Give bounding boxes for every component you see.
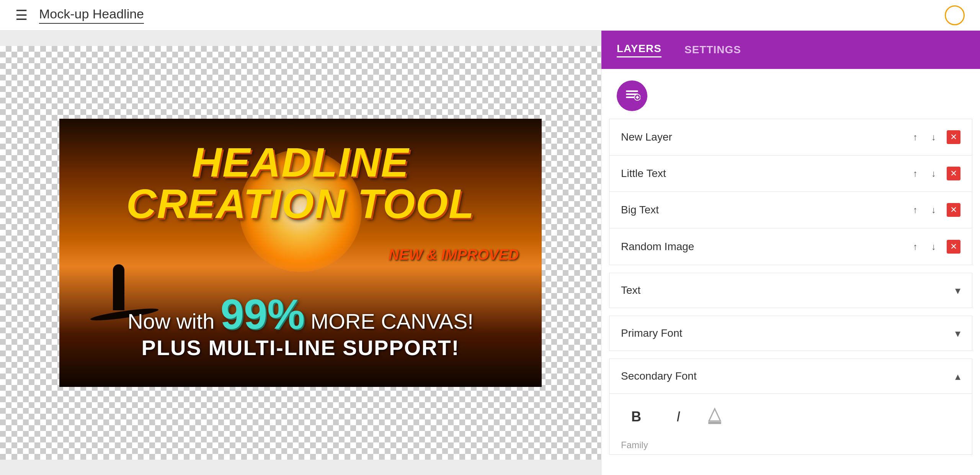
layer-down-arrow-big-text[interactable]: ↓ xyxy=(928,201,939,218)
add-layer-button[interactable] xyxy=(617,80,647,111)
section-text-header[interactable]: Text ▾ xyxy=(609,273,972,308)
section-secondary-font-chevron: ▴ xyxy=(955,370,960,383)
canvas-image: HEADLINE CREATION TOOL NEW & IMPROVED No… xyxy=(59,119,542,387)
surfer-body xyxy=(113,264,124,310)
tab-layers[interactable]: LAYERS xyxy=(617,43,662,57)
layer-actions-random-image: ↑ ↓ ✕ xyxy=(910,238,960,255)
right-panel: LAYERS SETTINGS New Layer xyxy=(601,31,980,475)
panel-header: LAYERS SETTINGS xyxy=(601,31,980,69)
layer-delete-random-image[interactable]: ✕ xyxy=(947,240,960,254)
canvas-headline-sub: NEW & IMPROVED xyxy=(389,247,519,263)
layer-delete-new-layer[interactable]: ✕ xyxy=(947,130,960,144)
user-avatar[interactable] xyxy=(945,5,965,25)
add-layer-icon xyxy=(624,86,640,106)
layers-list: New Layer ↑ ↓ ✕ Little Text ↑ ↓ ✕ Big Te… xyxy=(609,119,972,265)
canvas-big-num: 99% xyxy=(220,290,305,337)
layer-actions-little-text: ↑ ↓ ✕ xyxy=(910,165,960,182)
section-secondary-font-header[interactable]: Secondary Font ▴ xyxy=(609,359,972,393)
topbar: ☰ Mock-up Headline xyxy=(0,0,980,31)
canvas-headline-main: HEADLINE CREATION TOOL xyxy=(82,142,519,224)
section-primary-font-header[interactable]: Primary Font ▾ xyxy=(609,316,972,351)
section-text-title: Text xyxy=(621,284,955,296)
section-primary-font: Primary Font ▾ xyxy=(609,316,972,351)
menu-icon[interactable]: ☰ xyxy=(15,8,28,22)
layer-item-big-text[interactable]: Big Text ↑ ↓ ✕ xyxy=(609,192,972,228)
layer-item-random-image[interactable]: Random Image ↑ ↓ ✕ xyxy=(609,228,972,265)
main-content: HEADLINE CREATION TOOL NEW & IMPROVED No… xyxy=(0,31,980,475)
bold-button[interactable]: B xyxy=(621,401,652,432)
section-primary-font-title: Primary Font xyxy=(621,327,955,339)
layer-down-arrow-little-text[interactable]: ↓ xyxy=(928,165,939,182)
canvas-bottom-line1: Now with 99% MORE CANVAS! xyxy=(127,293,474,335)
layer-name-little-text: Little Text xyxy=(621,167,910,180)
section-secondary-font-content: B I xyxy=(609,393,972,440)
layer-name-random-image: Random Image xyxy=(621,241,910,253)
layer-delete-big-text[interactable]: ✕ xyxy=(947,203,960,217)
layer-delete-little-text[interactable]: ✕ xyxy=(947,167,960,180)
canvas-headline-bottom: Now with 99% MORE CANVAS! PLUS MULTI-LIN… xyxy=(127,293,474,360)
layer-name-new-layer: New Layer xyxy=(621,131,910,143)
fill-color-button[interactable] xyxy=(705,406,724,428)
canvas-area[interactable]: HEADLINE CREATION TOOL NEW & IMPROVED No… xyxy=(0,31,601,475)
layer-item-little-text[interactable]: Little Text ↑ ↓ ✕ xyxy=(609,156,972,192)
layer-up-arrow-big-text[interactable]: ↑ xyxy=(910,201,921,218)
canvas-bottom-line2: PLUS MULTI-LINE SUPPORT! xyxy=(127,335,474,360)
canvas-now-with: Now with xyxy=(127,309,214,333)
layer-down-arrow-random-image[interactable]: ↓ xyxy=(928,238,939,255)
canvas-checkerboard: HEADLINE CREATION TOOL NEW & IMPROVED No… xyxy=(0,46,601,460)
section-secondary-font: Secondary Font ▴ B I Family xyxy=(609,359,972,455)
section-text-chevron: ▾ xyxy=(955,284,960,297)
layer-up-arrow-new-layer[interactable]: ↑ xyxy=(910,129,921,146)
layer-actions-new-layer: ↑ ↓ ✕ xyxy=(910,129,960,146)
headline-image: HEADLINE CREATION TOOL NEW & IMPROVED No… xyxy=(59,119,542,387)
layer-actions-big-text: ↑ ↓ ✕ xyxy=(910,201,960,218)
layer-down-arrow-new-layer[interactable]: ↓ xyxy=(928,129,939,146)
italic-button[interactable]: I xyxy=(663,401,694,432)
svg-rect-6 xyxy=(708,422,721,424)
layer-up-arrow-little-text[interactable]: ↑ xyxy=(910,165,921,182)
tab-settings[interactable]: SETTINGS xyxy=(684,44,741,56)
canvas-more-canvas: MORE CANVAS! xyxy=(311,309,474,333)
section-secondary-font-title: Secondary Font xyxy=(621,370,955,382)
layer-up-arrow-random-image[interactable]: ↑ xyxy=(910,238,921,255)
family-label: Family xyxy=(609,440,972,454)
section-text: Text ▾ xyxy=(609,273,972,308)
layer-name-big-text: Big Text xyxy=(621,204,910,216)
layer-item-new-layer[interactable]: New Layer ↑ ↓ ✕ xyxy=(609,119,972,156)
app-title: Mock-up Headline xyxy=(39,7,144,24)
section-primary-font-chevron: ▾ xyxy=(955,327,960,340)
